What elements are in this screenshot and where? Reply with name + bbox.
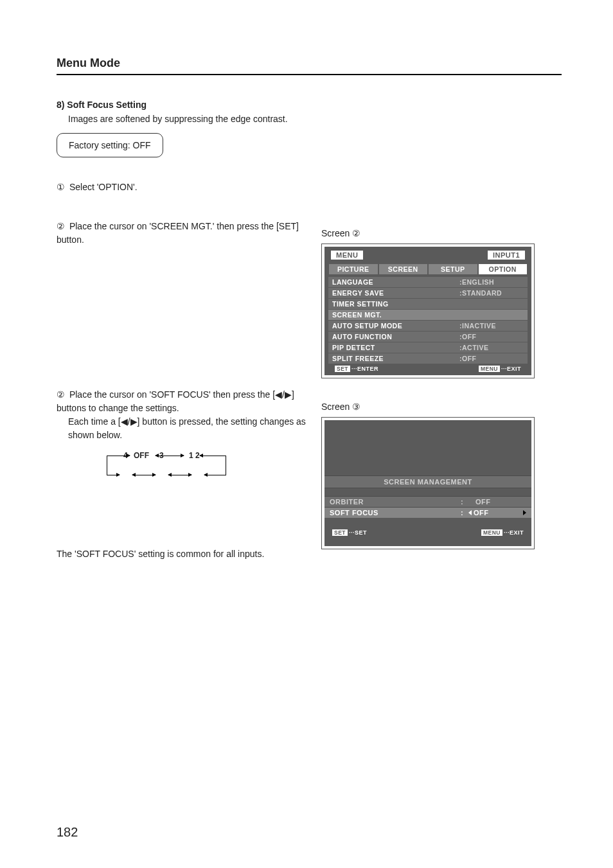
left-column: ① Select 'OPTION'. ② Place the cursor on… <box>57 181 306 559</box>
menu-list: LANGUAGE :ENGLISH ENERGY SAVE :STANDARD … <box>328 276 528 364</box>
step-1: ① Select 'OPTION'. <box>57 181 306 194</box>
step-3-number: ② <box>57 388 67 402</box>
hint-set-enter: SET···ENTER <box>335 366 378 372</box>
osd3-label: ORBITER <box>330 498 461 506</box>
menu-row-auto-setup-mode[interactable]: AUTO SETUP MODE :INACTIVE <box>328 320 528 331</box>
arrow-icon <box>204 475 226 475</box>
line-icon <box>226 456 226 475</box>
tab-picture[interactable]: PICTURE <box>328 263 378 275</box>
osd3-label: SOFT FOCUS <box>330 509 461 517</box>
menu-row-screen-mgt[interactable]: SCREEN MGT. <box>328 309 528 320</box>
tab-screen[interactable]: SCREEN <box>378 263 429 275</box>
menu-row-split-freeze[interactable]: SPLIT FREEZE :OFF <box>328 353 528 364</box>
menu-label: SCREEN MGT. <box>332 311 459 319</box>
hint-menu-exit: MENU···EXIT <box>481 529 524 536</box>
cycle-node-1: 1 <box>189 451 193 460</box>
menu-badge: MENU <box>331 251 363 260</box>
menu-row-timer-setting[interactable]: TIMER SETTING <box>328 298 528 309</box>
sub-heading: 8) Soft Focus Setting <box>57 100 562 110</box>
screen-3-label: Screen ③ <box>321 402 535 412</box>
step-3-text-1: Place the cursor on 'SOFT FOCUS' then pr… <box>57 389 294 413</box>
step-3: ② Place the cursor on 'SOFT FOCUS' then … <box>57 388 306 442</box>
arrow-icon <box>168 475 179 475</box>
arrow-icon <box>107 456 130 456</box>
osd3-value: OFF <box>468 498 526 506</box>
step-3-text-2: Each time a [◀/▶] button is pressed, the… <box>68 415 306 442</box>
description-text: Images are softened by suppressing the e… <box>68 114 562 124</box>
arrow-icon <box>200 456 226 456</box>
factory-setting-box: Factory setting: OFF <box>57 133 163 157</box>
menu-row-energy-save[interactable]: ENERGY SAVE :STANDARD <box>328 287 528 298</box>
menu-label: SPLIT FREEZE <box>332 355 459 362</box>
menu-value: :ACTIVE <box>459 344 524 351</box>
common-note: The 'SOFT FOCUS' setting is common for a… <box>57 549 306 559</box>
arrow-icon <box>155 456 168 456</box>
screen-2-label: Screen ② <box>321 228 535 238</box>
arrow-icon <box>168 456 184 456</box>
menu-value: :OFF <box>459 355 524 362</box>
step-2: ② Place the cursor on 'SCREEN MGT.' then… <box>57 220 306 247</box>
section-title: Menu Mode <box>57 57 562 75</box>
right-arrow-icon[interactable] <box>523 510 526 515</box>
step-1-number: ① <box>57 181 67 194</box>
menu-label: PIP DETECT <box>332 344 459 351</box>
arrow-icon <box>179 475 191 475</box>
colon-icon: : <box>461 509 468 517</box>
menu-label: LANGUAGE <box>332 278 459 286</box>
input-badge: INPUT1 <box>488 251 525 260</box>
hint-menu-exit: MENU···EXIT <box>479 366 521 372</box>
menu-value <box>459 300 524 308</box>
menu-value: :OFF <box>459 333 524 341</box>
tab-setup[interactable]: SETUP <box>428 263 478 275</box>
menu-label: AUTO SETUP MODE <box>332 322 459 330</box>
step-2-number: ② <box>57 220 67 233</box>
osd3-hint-bar: SET···SET MENU···EXIT <box>324 526 531 540</box>
step-2-text: Place the cursor on 'SCREEN MGT.' then p… <box>57 221 299 245</box>
arrow-icon <box>107 475 120 475</box>
arrow-icon <box>143 475 155 475</box>
menu-value: :ENGLISH <box>459 278 524 286</box>
menu-label: AUTO FUNCTION <box>332 333 459 341</box>
step-1-text: Select 'OPTION'. <box>69 182 138 192</box>
osd-screen-3: SCREEN MANAGEMENT ORBITER : OFF SOFT FOC… <box>321 417 535 549</box>
osd3-row-orbiter[interactable]: ORBITER : OFF <box>324 496 531 507</box>
right-column: Screen ② MENU INPUT1 PICTURE SCREEN SETU… <box>321 181 535 559</box>
line-icon <box>107 456 107 475</box>
menu-row-language[interactable]: LANGUAGE :ENGLISH <box>328 276 528 287</box>
menu-label: TIMER SETTING <box>332 300 459 308</box>
left-arrow-icon[interactable] <box>468 510 472 515</box>
menu-value: :STANDARD <box>459 289 524 297</box>
hint-set-set: SET···SET <box>332 529 367 536</box>
tab-bar: PICTURE SCREEN SETUP OPTION <box>328 263 528 275</box>
osd3-title: SCREEN MANAGEMENT <box>324 475 531 488</box>
tab-option[interactable]: OPTION <box>478 263 528 275</box>
cycle-diagram: OFF 1 4 3 2 <box>87 451 235 490</box>
menu-value: :INACTIVE <box>459 322 524 330</box>
osd3-value: OFF <box>468 509 526 517</box>
arrow-icon <box>132 475 143 475</box>
menu-value <box>459 311 524 319</box>
osd-hint-bar: SET···ENTER MENU···EXIT <box>328 364 528 373</box>
page-number: 182 <box>57 825 78 840</box>
osd-screen-2: MENU INPUT1 PICTURE SCREEN SETUP OPTION … <box>321 244 535 378</box>
osd3-row-soft-focus[interactable]: SOFT FOCUS : OFF <box>324 507 531 518</box>
cycle-node-off: OFF <box>134 451 149 460</box>
menu-row-auto-function[interactable]: AUTO FUNCTION :OFF <box>328 331 528 342</box>
menu-label: ENERGY SAVE <box>332 289 459 297</box>
menu-row-pip-detect[interactable]: PIP DETECT :ACTIVE <box>328 342 528 353</box>
colon-icon: : <box>461 498 468 506</box>
